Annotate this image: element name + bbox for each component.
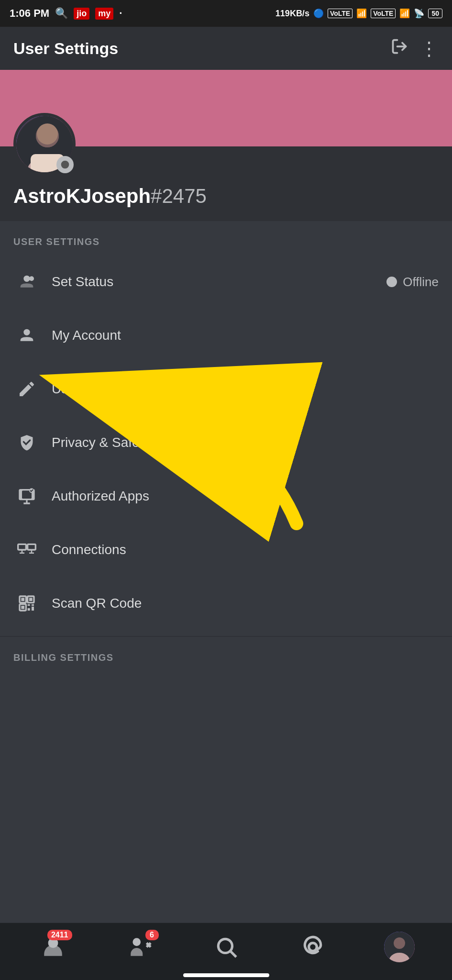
user-settings-label: USER SETTINGS <box>0 236 452 255</box>
bottom-nav: 2411 6 <box>0 923 452 980</box>
svg-point-32 <box>218 939 232 953</box>
nav-item-profile[interactable] <box>384 932 415 962</box>
bluetooth-icon: 🔵 <box>313 8 324 19</box>
svg-rect-15 <box>28 544 36 550</box>
svg-rect-21 <box>29 598 33 601</box>
network-speed: 119KB/s <box>276 9 309 19</box>
svg-point-6 <box>37 123 58 145</box>
discriminator: #2475 <box>151 185 207 207</box>
nav-item-search[interactable] <box>211 932 242 962</box>
privacy-safety-icon <box>13 429 40 456</box>
authorized-apps-label: Authorized Apps <box>52 489 439 504</box>
connections-icon <box>13 536 40 563</box>
my-account-label: My Account <box>52 328 439 343</box>
battery-icon: 50 <box>428 9 442 18</box>
header: User Settings ⋮ <box>0 27 452 70</box>
signal-icon: 📶 <box>356 8 367 19</box>
svg-rect-20 <box>21 598 24 601</box>
signal2-icon: 📶 <box>399 8 410 19</box>
nav-item-home[interactable]: 2411 <box>38 932 68 962</box>
page-title: User Settings <box>13 39 118 58</box>
billing-settings-section: BILLING SETTINGS <box>0 636 452 671</box>
nav-item-mentions[interactable] <box>298 932 328 962</box>
status-time: 1:06 PM <box>10 7 49 20</box>
home-indicator <box>183 973 269 977</box>
at-icon <box>298 932 328 962</box>
my-account-icon <box>13 322 40 349</box>
settings-item-privacy-safety[interactable]: Privacy & Safety <box>0 416 452 469</box>
svg-point-9 <box>29 276 34 281</box>
user-profile-icon <box>13 376 40 402</box>
svg-point-7 <box>61 161 69 169</box>
dot-indicator: · <box>119 7 122 20</box>
settings-item-authorized-apps[interactable]: Authorized Apps <box>0 469 452 523</box>
user-profile-label: User Profile <box>52 381 439 397</box>
settings-item-set-status[interactable]: Set Status Offline <box>0 255 452 309</box>
svg-point-29 <box>132 938 141 946</box>
edit-avatar-button[interactable] <box>56 156 74 173</box>
jio-icon: jio <box>74 8 89 20</box>
svg-point-8 <box>23 276 30 282</box>
status-bar: 1:06 PM 🔍 jio my · 119KB/s 🔵 VoLTE 📶 VoL… <box>0 0 452 27</box>
svg-rect-23 <box>28 604 30 606</box>
svg-point-36 <box>394 937 405 949</box>
volte2-icon: VoLTE <box>371 9 396 18</box>
user-settings-section: USER SETTINGS Set Status Offline <box>0 221 452 630</box>
set-status-icon <box>13 268 40 295</box>
profile-banner <box>0 70 452 146</box>
settings-item-connections[interactable]: Connections <box>0 523 452 577</box>
username: AstroKJoseph <box>13 185 151 207</box>
authorized-apps-icon <box>13 483 40 510</box>
scan-qr-label: Scan QR Code <box>52 596 439 611</box>
set-status-label: Set Status <box>52 274 386 290</box>
svg-rect-22 <box>21 606 24 609</box>
status-value: Offline <box>403 275 439 290</box>
privacy-safety-label: Privacy & Safety <box>52 435 439 450</box>
svg-point-10 <box>23 329 30 335</box>
scan-qr-icon <box>13 590 40 617</box>
svg-rect-24 <box>32 604 34 606</box>
logout-icon[interactable] <box>391 38 408 59</box>
svg-rect-14 <box>18 544 26 550</box>
wifi-icon: 📡 <box>414 8 424 19</box>
svg-line-33 <box>231 951 236 957</box>
profile-avatar-container[interactable] <box>13 113 76 175</box>
settings-item-scan-qr[interactable]: Scan QR Code <box>0 577 452 630</box>
svg-rect-26 <box>32 607 34 611</box>
volte-icon: VoLTE <box>328 9 353 18</box>
nav-item-friends[interactable]: 6 <box>124 932 155 962</box>
search-status-icon: 🔍 <box>55 7 68 20</box>
search-icon <box>211 932 242 962</box>
svg-rect-25 <box>28 608 30 611</box>
more-options-icon[interactable]: ⋮ <box>419 37 439 59</box>
friends-badge: 6 <box>145 930 159 940</box>
my-icon: my <box>95 8 113 20</box>
settings-item-user-profile[interactable]: User Profile <box>0 362 452 416</box>
connections-label: Connections <box>52 542 439 557</box>
billing-settings-label: BILLING SETTINGS <box>0 652 452 671</box>
home-badge: 2411 <box>47 930 72 940</box>
profile-nav-avatar <box>384 932 415 962</box>
status-indicator-dot <box>386 277 397 287</box>
settings-item-my-account[interactable]: My Account <box>0 309 452 362</box>
